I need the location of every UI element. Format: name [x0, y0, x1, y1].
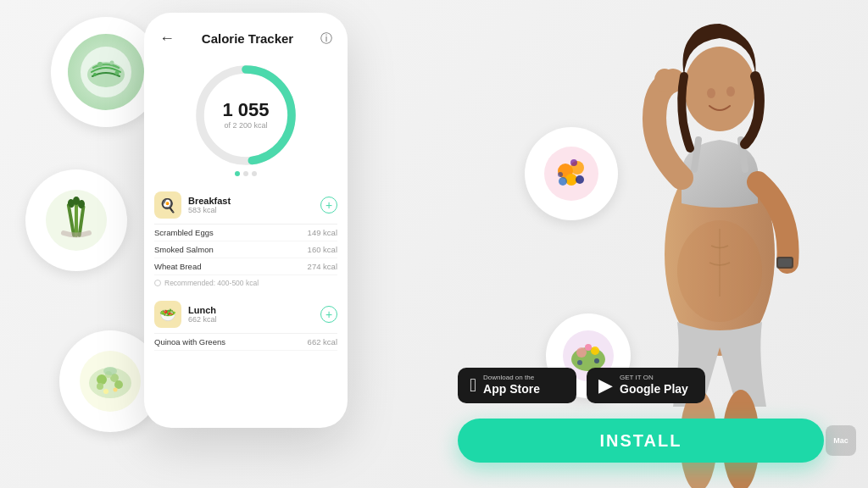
back-icon[interactable]: ← [159, 30, 175, 47]
plate-asparagus [25, 169, 127, 271]
food-name: Scrambled Eggs [154, 228, 214, 237]
dot-3 [252, 171, 257, 176]
mac-label: Mac [833, 436, 849, 445]
svg-point-26 [565, 174, 577, 186]
breakfast-kcal: 583 kcal [188, 206, 231, 214]
food-quinoa: Quinoa with Greens 662 kcal [154, 334, 337, 351]
svg-point-36 [577, 360, 582, 365]
calorie-value: 1 055 [222, 101, 269, 119]
install-button[interactable]: INSTALL [458, 419, 824, 463]
svg-point-2 [97, 62, 103, 67]
lunch-title: Lunch [188, 305, 217, 315]
food-kcal: 160 kcal [308, 245, 337, 254]
appstore-text: Download on the App Store [483, 374, 540, 396]
svg-point-47 [654, 69, 675, 92]
svg-point-27 [559, 177, 567, 186]
phone-mockup: ← Calorie Tracker ⓘ 1 055 of 2 200 kcal [144, 13, 348, 428]
food-name: Wheat Bread [154, 262, 201, 271]
lunch-section: 🥗 Lunch 662 kcal + Quinoa with Greens 66… [154, 296, 337, 351]
lunch-header-left: 🥗 Lunch 662 kcal [154, 301, 217, 328]
phone-header: ← Calorie Tracker ⓘ [144, 30, 348, 56]
svg-point-29 [570, 159, 577, 166]
svg-point-18 [114, 380, 123, 389]
svg-point-19 [97, 383, 103, 390]
svg-point-1 [87, 62, 125, 87]
svg-point-5 [115, 71, 120, 75]
svg-rect-8 [75, 202, 78, 237]
breakfast-section: 🍳 Breakfast 583 kcal + Scrambled Eggs 14… [154, 186, 337, 291]
food-kcal: 149 kcal [308, 228, 337, 237]
food-scrambled-eggs: Scrambled Eggs 149 kcal [154, 225, 337, 241]
appstore-small-label: Download on the [483, 374, 540, 381]
mac-badge: Mac [826, 425, 856, 456]
breakfast-header-left: 🍳 Breakfast 583 kcal [154, 191, 231, 219]
calorie-text: 1 055 of 2 200 kcal [222, 101, 269, 130]
svg-point-45 [707, 88, 715, 98]
svg-point-33 [576, 347, 587, 358]
googleplay-large-label: Google Play [620, 381, 688, 396]
calorie-ring: 1 055 of 2 200 kcal [195, 64, 297, 166]
svg-point-44 [684, 47, 755, 131]
recommendation-text: Recommended: 400-500 kcal [164, 279, 259, 287]
breakfast-info: Breakfast 583 kcal [188, 196, 231, 214]
svg-point-46 [726, 86, 735, 97]
dot-2 [243, 171, 248, 176]
food-wheat-bread: Wheat Bread 274 kcal [154, 258, 337, 275]
breakfast-title: Breakfast [188, 196, 231, 206]
appstore-button[interactable]:  Download on the App Store [458, 368, 576, 403]
food-kcal: 274 kcal [308, 262, 337, 271]
pasta-food [68, 34, 144, 110]
svg-point-30 [558, 172, 563, 177]
breakfast-header: 🍳 Breakfast 583 kcal + [154, 186, 337, 225]
googleplay-text: GET IT ON Google Play [620, 374, 688, 396]
googleplay-small-label: GET IT ON [620, 374, 688, 381]
calorie-section: 1 055 of 2 200 kcal [144, 56, 348, 186]
store-buttons-container:  Download on the App Store ▶ GET IT ON … [458, 368, 705, 403]
svg-point-3 [110, 61, 114, 65]
info-icon[interactable]: ⓘ [320, 31, 332, 47]
install-label: INSTALL [600, 431, 682, 451]
phone-title: Calorie Tracker [202, 31, 293, 46]
lunch-kcal: 662 kcal [188, 315, 217, 324]
calorie-total: of 2 200 kcal [222, 121, 269, 130]
food-kcal: 662 kcal [308, 337, 337, 347]
svg-point-22 [114, 388, 118, 392]
rec-dot-icon [154, 280, 161, 286]
food-smoked-salmon: Smoked Salmon 160 kcal [154, 241, 337, 258]
svg-point-4 [93, 73, 97, 76]
breakfast-add-button[interactable]: + [320, 197, 337, 214]
appstore-large-label: App Store [483, 381, 540, 396]
meal-list: 🍳 Breakfast 583 kcal + Scrambled Eggs 14… [144, 186, 348, 351]
carousel-dots [235, 171, 257, 176]
dot-1 [235, 171, 240, 176]
svg-point-20 [103, 367, 117, 375]
breakfast-icon: 🍳 [154, 191, 181, 219]
apple-icon:  [470, 374, 476, 396]
svg-rect-49 [778, 258, 792, 267]
svg-point-28 [576, 175, 584, 184]
lunch-icon: 🥗 [154, 301, 181, 328]
lunch-header: 🥗 Lunch 662 kcal + [154, 296, 337, 334]
lunch-info: Lunch 662 kcal [188, 305, 217, 324]
food-name: Quinoa with Greens [154, 337, 225, 347]
food-name: Smoked Salmon [154, 245, 214, 254]
recommendation: Recommended: 400-500 kcal [154, 275, 337, 291]
svg-point-15 [97, 374, 107, 385]
svg-point-21 [103, 389, 108, 394]
woman-figure [588, 0, 851, 488]
googleplay-button[interactable]: ▶ GET IT ON Google Play [587, 368, 705, 403]
googleplay-icon: ▶ [598, 374, 613, 396]
lunch-add-button[interactable]: + [320, 306, 337, 323]
